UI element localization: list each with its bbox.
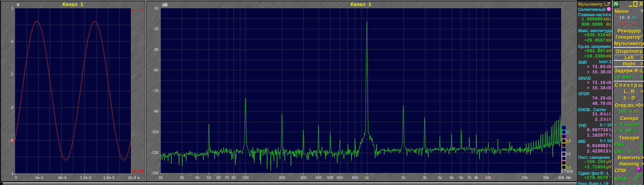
- svg-text:200: 200: [279, 175, 285, 180]
- svg-text:.2: .2: [10, 72, 13, 76]
- svg-text:-70: -70: [153, 89, 159, 93]
- svg-text:300: 300: [300, 175, 307, 180]
- svg-text:60: 60: [217, 175, 221, 180]
- svg-text:-1: -1: [10, 171, 13, 175]
- svg-text:2e-3: 2e-3: [128, 175, 136, 180]
- svg-text:8k: 8k: [475, 175, 479, 180]
- svg-text:4k: 4k: [438, 175, 442, 180]
- svg-text:3k: 3k: [423, 175, 427, 180]
- svg-text:10k: 10k: [485, 175, 491, 180]
- svg-text:L3: L3: [567, 139, 571, 143]
- svg-text:10: 10: [154, 6, 159, 10]
- svg-text:20k: 20k: [522, 175, 528, 180]
- svg-text:Hz: Hz: [567, 175, 571, 180]
- svg-text:1: 1: [11, 6, 13, 10]
- svg-text:0: 0: [15, 175, 17, 180]
- svg-text:X: X: [639, 1, 644, 7]
- svg-text:L1: L1: [567, 130, 571, 134]
- svg-text:7k: 7k: [467, 175, 472, 180]
- svg-text:-90: -90: [153, 109, 159, 113]
- svg-text:5k: 5k: [450, 175, 454, 180]
- svg-text:Канал 1: Канал 1: [351, 2, 372, 7]
- svg-text:80: 80: [232, 175, 236, 180]
- svg-text:70: 70: [225, 175, 229, 180]
- svg-text:8e-4: 8e-4: [58, 175, 66, 180]
- svg-text:-110: -110: [151, 130, 159, 134]
- svg-text:-50: -50: [153, 68, 159, 72]
- svg-text:s: s: [137, 175, 139, 180]
- svg-text:30: 30: [180, 175, 184, 180]
- svg-text:40: 40: [195, 175, 199, 180]
- svg-text:4e-4: 4e-4: [35, 175, 43, 180]
- svg-text:600: 600: [337, 175, 343, 180]
- svg-text:L6: L6: [567, 152, 571, 156]
- svg-text:1.2e-3: 1.2e-3: [80, 175, 91, 180]
- svg-text:Канал 1: Канал 1: [63, 2, 84, 7]
- svg-text:-.6: -.6: [9, 138, 13, 142]
- svg-text:V: V: [17, 2, 19, 7]
- svg-text:2k: 2k: [401, 175, 406, 180]
- svg-text:30k: 30k: [543, 175, 550, 180]
- svg-text:500: 500: [327, 175, 334, 180]
- svg-text:50: 50: [207, 175, 211, 180]
- svg-text:-.2: -.2: [9, 105, 13, 109]
- svg-text:0.7324: 0.7324: [561, 169, 573, 173]
- svg-text:1.6e-3: 1.6e-3: [103, 175, 114, 180]
- svg-text:.6: .6: [10, 39, 13, 43]
- svg-text:-130: -130: [151, 150, 159, 155]
- svg-text:40k: 40k: [558, 175, 565, 180]
- svg-text:-30: -30: [153, 47, 159, 52]
- svg-text:6k: 6k: [459, 175, 464, 180]
- svg-text:0 ~ 0: 0 ~ 0: [132, 9, 143, 13]
- svg-text:20: 20: [159, 175, 163, 180]
- svg-text:-150: -150: [151, 171, 159, 175]
- svg-text:-10: -10: [153, 26, 159, 31]
- svg-text:800: 800: [352, 175, 358, 180]
- svg-text:1k: 1k: [365, 175, 369, 180]
- svg-text:dB: dB: [162, 2, 168, 7]
- svg-text:100: 100: [242, 175, 249, 180]
- svg-text:400: 400: [315, 175, 322, 180]
